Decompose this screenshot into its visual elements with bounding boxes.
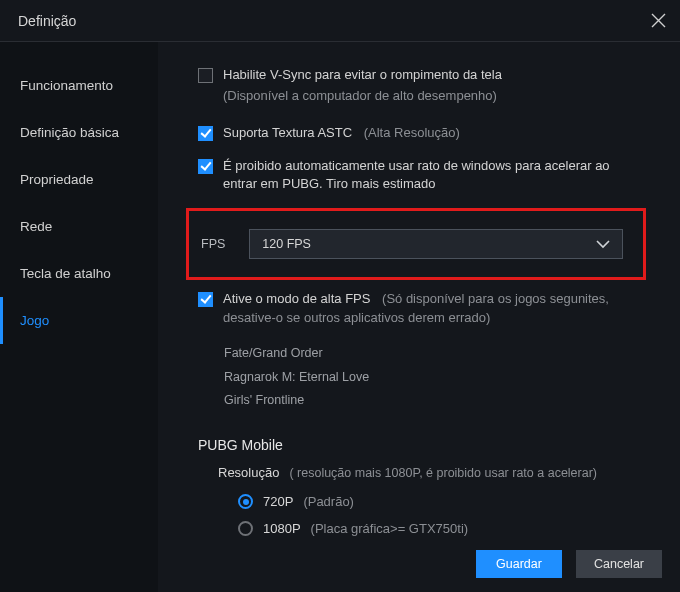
astc-checkbox[interactable] [198, 126, 213, 141]
titlebar: Definição [0, 0, 680, 42]
fps-label: FPS [201, 237, 225, 251]
window-title: Definição [18, 13, 76, 29]
radio-sublabel: (Padrão) [303, 494, 354, 509]
save-button-label: Guardar [496, 557, 542, 571]
fps-value: 120 FPS [262, 237, 311, 251]
radio-label: 720P [263, 494, 293, 509]
close-icon[interactable] [651, 13, 666, 28]
fps-highlight-box: FPS 120 FPS [186, 208, 646, 280]
resolution-option-1080p[interactable]: 1080P(Placa gráfica>= GTX750ti) [238, 521, 656, 536]
resolution-note: ( resolução mais 1080P, é proibido usar … [289, 466, 597, 480]
radio-sublabel: (Placa gráfica>= GTX750ti) [311, 521, 469, 536]
save-button[interactable]: Guardar [476, 550, 562, 578]
vsync-row: Habilite V-Sync para evitar o rompimento… [198, 66, 656, 106]
game-item: Ragnarok M: Eternal Love [224, 366, 656, 390]
resolution-option-720p[interactable]: 720P(Padrão) [238, 494, 656, 509]
sidebar-item-tecla-de-atalho[interactable]: Tecla de atalho [0, 250, 158, 297]
astc-label: Suporta Textura ASTC [223, 125, 352, 140]
sidebar-item-funcionamento[interactable]: Funcionamento [0, 62, 158, 109]
radio-label: 1080P [263, 521, 301, 536]
sidebar-item-label: Jogo [20, 313, 49, 328]
cancel-button[interactable]: Cancelar [576, 550, 662, 578]
sidebar-item-label: Tecla de atalho [20, 266, 111, 281]
radio-1080p[interactable] [238, 521, 253, 536]
pubg-section-title: PUBG Mobile [198, 437, 656, 453]
mouse-label: É proibido automaticamente usar rato de … [223, 158, 610, 192]
vsync-note: (Disponível a computador de alto desempe… [223, 87, 502, 106]
highfps-game-list: Fate/Grand Order Ragnarok M: Eternal Lov… [224, 342, 656, 413]
fps-dropdown[interactable]: 120 FPS [249, 229, 623, 259]
sidebar-item-jogo[interactable]: Jogo [0, 297, 158, 344]
sidebar-item-label: Definição básica [20, 125, 119, 140]
sidebar: Funcionamento Definição básica Proprieda… [0, 42, 158, 592]
radio-720p[interactable] [238, 494, 253, 509]
sidebar-item-rede[interactable]: Rede [0, 203, 158, 250]
highfps-row: Ative o modo de alta FPS (Só disponível … [198, 290, 656, 328]
chevron-down-icon [596, 240, 610, 249]
sidebar-item-label: Funcionamento [20, 78, 113, 93]
resolution-radio-group: 720P(Padrão) 1080P(Placa gráfica>= GTX75… [238, 494, 656, 536]
footer-buttons: Guardar Cancelar [476, 550, 662, 578]
resolution-row: Resolução ( resolução mais 1080P, é proi… [218, 465, 656, 480]
sidebar-item-label: Rede [20, 219, 52, 234]
sidebar-item-propriedade[interactable]: Propriedade [0, 156, 158, 203]
game-item: Girls' Frontline [224, 389, 656, 413]
cancel-button-label: Cancelar [594, 557, 644, 571]
resolution-label: Resolução [218, 465, 279, 480]
highfps-checkbox[interactable] [198, 292, 213, 307]
vsync-label: Habilite V-Sync para evitar o rompimento… [223, 67, 502, 82]
astc-note: (Alta Resolução) [364, 125, 460, 140]
vsync-checkbox[interactable] [198, 68, 213, 83]
sidebar-item-definicao-basica[interactable]: Definição básica [0, 109, 158, 156]
mouse-row: É proibido automaticamente usar rato de … [198, 157, 656, 195]
highfps-label: Ative o modo de alta FPS [223, 291, 370, 306]
sidebar-item-label: Propriedade [20, 172, 94, 187]
game-item: Fate/Grand Order [224, 342, 656, 366]
mouse-checkbox[interactable] [198, 159, 213, 174]
content-panel: Habilite V-Sync para evitar o rompimento… [158, 42, 680, 592]
astc-row: Suporta Textura ASTC (Alta Resolução) [198, 124, 656, 143]
